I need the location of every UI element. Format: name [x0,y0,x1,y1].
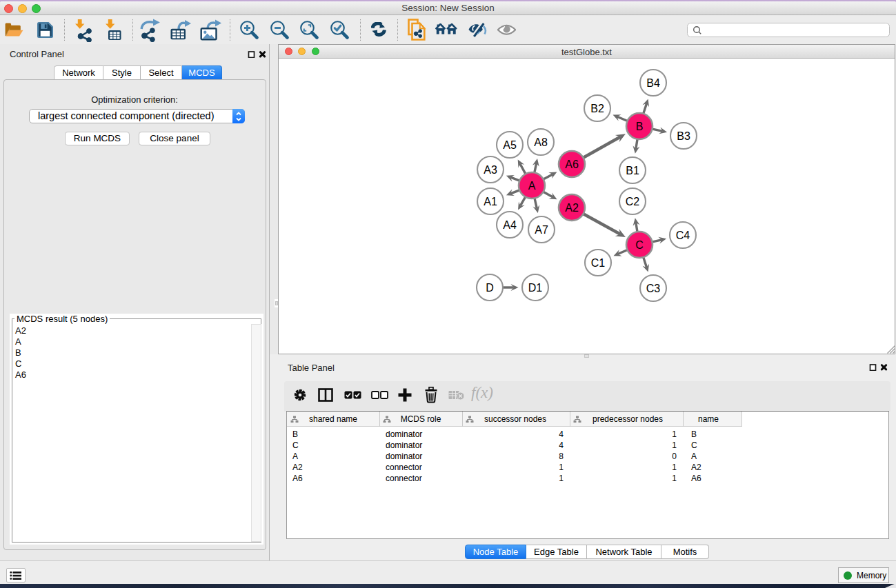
svg-text:A: A [528,180,536,192]
svg-text:C4: C4 [676,230,690,241]
svg-text:C: C [635,239,644,251]
svg-text:A5: A5 [503,139,517,151]
svg-text:C2: C2 [626,196,640,207]
svg-text:A7: A7 [535,224,548,236]
svg-text:A1: A1 [484,196,497,207]
svg-text:C1: C1 [591,257,606,269]
svg-text:B: B [636,121,644,132]
svg-text:A6: A6 [565,159,579,170]
svg-text:A3: A3 [484,164,497,176]
svg-text:D1: D1 [528,282,543,294]
svg-text:A4: A4 [503,219,517,231]
svg-text:B4: B4 [646,77,660,89]
svg-text:A8: A8 [534,136,548,148]
svg-text:D: D [486,282,494,294]
svg-text:B1: B1 [626,165,639,176]
svg-text:B3: B3 [677,130,690,142]
svg-text:A2: A2 [565,202,579,214]
svg-text:C3: C3 [646,283,661,294]
svg-text:B2: B2 [590,103,604,114]
